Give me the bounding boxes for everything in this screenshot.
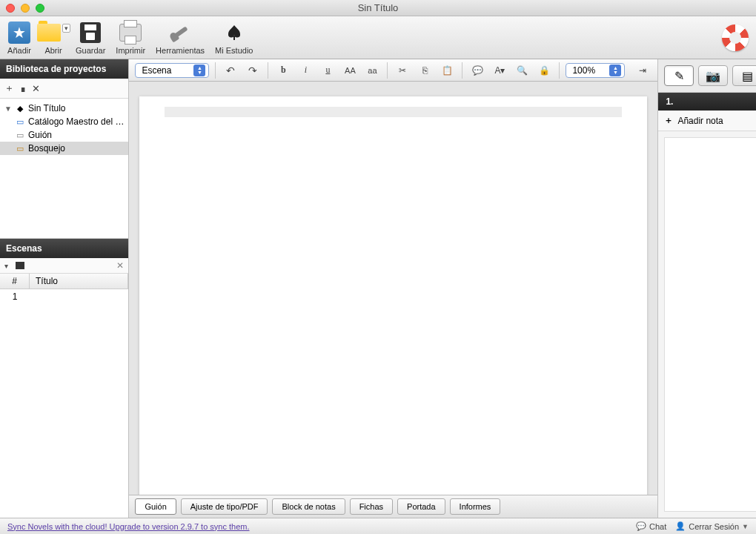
- studio-label: Mi Estudio: [215, 46, 253, 55]
- scenes-header: Escenas: [0, 239, 128, 258]
- tree-root-label: Sin Título: [28, 103, 65, 113]
- section-number: 1.: [658, 93, 756, 111]
- style-selector[interactable]: Escena ▲▼: [135, 63, 209, 78]
- print-button[interactable]: Imprimir: [116, 21, 145, 55]
- page-header-placeholder: [165, 107, 622, 117]
- window-minimize-button[interactable]: [21, 4, 30, 13]
- tree-item[interactable]: ▭ Catálogo Maestro del …: [0, 115, 128, 128]
- open-button[interactable]: ▾ Abrir: [42, 21, 65, 55]
- scenes-col-title[interactable]: Título: [30, 274, 128, 289]
- user-icon: 👤: [675, 521, 686, 531]
- tools-button[interactable]: Herramientas: [156, 21, 205, 55]
- project-icon: ◆: [15, 103, 25, 113]
- document-page[interactable]: [139, 96, 647, 495]
- library-delete-icon[interactable]: ✕: [32, 83, 40, 94]
- right-tab-camera[interactable]: 📷: [698, 65, 728, 86]
- underline-button[interactable]: u: [319, 62, 336, 79]
- tab-guion[interactable]: Guión: [135, 498, 176, 515]
- scenes-col-num[interactable]: #: [0, 274, 30, 289]
- bold-button[interactable]: b: [274, 62, 292, 79]
- font-button[interactable]: A▾: [491, 62, 508, 79]
- tab-informes[interactable]: Informes: [450, 498, 501, 515]
- camera-icon: 📷: [706, 69, 720, 83]
- tree-item-label: Bosquejo: [28, 143, 65, 154]
- window-title: Sin Título: [358, 2, 399, 13]
- life-ring-icon: [722, 24, 749, 51]
- right-tab-pen[interactable]: ✎: [664, 65, 694, 86]
- scenes-close-icon[interactable]: ✕: [116, 260, 124, 271]
- disclosure-triangle-icon[interactable]: ▼: [4, 105, 12, 113]
- uppercase-button[interactable]: AA: [341, 62, 359, 79]
- center-area: Escena ▲▼ ↶ ↷ b i u AA aa ✂ ⎘ 📋 💬 A▾ 🔍 🔒…: [129, 59, 657, 518]
- main-toolbar: ★ Añadir ▾ Abrir Guardar Imprimir Herram…: [0, 16, 756, 59]
- tree-item-label: Catálogo Maestro del …: [28, 116, 124, 127]
- status-bar: Sync Novels with the cloud! Upgrade to v…: [0, 518, 756, 534]
- redo-button[interactable]: ↷: [244, 62, 262, 79]
- chat-button[interactable]: 💬 Chat: [636, 521, 666, 531]
- zoom-value: 100%: [572, 65, 595, 76]
- cut-button[interactable]: ✂: [394, 62, 411, 79]
- scenes-row-num: 1: [0, 289, 30, 304]
- pen-icon: ✎: [674, 69, 684, 83]
- save-label: Guardar: [76, 46, 105, 55]
- notes-icon: ▤: [742, 69, 753, 83]
- print-icon: [119, 24, 142, 42]
- stepper-icon: ▲▼: [193, 65, 205, 76]
- tools-label: Herramientas: [156, 46, 205, 55]
- tab-ajuste[interactable]: Ajuste de tipo/PDF: [181, 498, 268, 515]
- save-button[interactable]: Guardar: [76, 21, 105, 55]
- right-tab-notes[interactable]: ▤: [732, 65, 756, 86]
- comment-button[interactable]: 💬: [468, 62, 486, 79]
- logout-label: Cerrar Sesión: [689, 522, 739, 531]
- print-label: Imprimir: [116, 46, 145, 55]
- studio-button[interactable]: Mi Estudio: [215, 21, 253, 55]
- left-sidebar: Biblioteca de proyectos ＋ ∎ ✕ ▼ ◆ Sin Tí…: [0, 59, 129, 518]
- scenes-filter-icon[interactable]: [16, 262, 24, 269]
- right-tabbar: ✎ 📷 ▤ 🛒: [658, 59, 756, 93]
- help-button[interactable]: [722, 24, 749, 51]
- window-maximize-button[interactable]: [36, 4, 44, 13]
- tree-item[interactable]: ▭ Guión: [0, 128, 128, 142]
- stepper-icon: ▲▼: [609, 65, 621, 76]
- library-add-icon[interactable]: ＋: [4, 82, 14, 95]
- bottom-tabbar: Guión Ajuste de tipo/PDF Block de notas …: [129, 495, 657, 518]
- library-folder-icon[interactable]: ∎: [20, 83, 26, 94]
- scenes-collapse-icon[interactable]: ▾: [4, 262, 8, 270]
- tab-fichas[interactable]: Fichas: [350, 498, 393, 515]
- chevron-down-icon: ▼: [742, 523, 749, 530]
- scenes-table-header: # Título: [0, 274, 128, 289]
- logout-button[interactable]: 👤 Cerrar Sesión ▼: [675, 521, 749, 531]
- copy-button[interactable]: ⎘: [416, 62, 434, 79]
- undo-button[interactable]: ↶: [222, 62, 239, 79]
- tab-block[interactable]: Block de notas: [272, 498, 345, 515]
- plus-icon: ＋: [664, 114, 673, 127]
- notes-area[interactable]: [664, 137, 756, 512]
- zoom-selector[interactable]: 100% ▲▼: [566, 63, 625, 78]
- scenes-row-title: [30, 289, 128, 304]
- italic-button[interactable]: i: [296, 62, 314, 79]
- save-icon: [80, 22, 101, 43]
- paste-button[interactable]: 📋: [438, 62, 456, 79]
- add-note-bar[interactable]: ＋ Añadir nota ▼: [658, 111, 756, 131]
- format-toolbar: Escena ▲▼ ↶ ↷ b i u AA aa ✂ ⎘ 📋 💬 A▾ 🔍 🔒…: [129, 59, 657, 82]
- scenes-panel: Escenas ▾ ✕ # Título 1: [0, 238, 128, 518]
- editor-viewport[interactable]: [129, 82, 657, 495]
- folder-icon: [37, 24, 61, 42]
- window-close-button[interactable]: [6, 4, 15, 13]
- sync-link[interactable]: Sync Novels with the cloud! Upgrade to v…: [7, 522, 250, 531]
- library-tools: ＋ ∎ ✕: [0, 79, 128, 99]
- chat-icon: 💬: [636, 521, 646, 531]
- tab-portada[interactable]: Portada: [397, 498, 445, 515]
- find-button[interactable]: 🔍: [513, 62, 531, 79]
- library-header: Biblioteca de proyectos: [0, 59, 128, 79]
- tree-item-selected[interactable]: ▭ Bosquejo: [0, 142, 128, 155]
- tree-root[interactable]: ▼ ◆ Sin Título: [0, 102, 128, 115]
- open-dropdown-icon[interactable]: ▾: [62, 24, 70, 33]
- collapse-right-button[interactable]: ⇥: [634, 62, 651, 79]
- scenes-row[interactable]: 1: [0, 289, 128, 304]
- lock-button[interactable]: 🔒: [535, 62, 553, 79]
- tree-item-label: Guión: [28, 130, 52, 140]
- svg-rect-0: [233, 36, 235, 40]
- lowercase-button[interactable]: aa: [363, 62, 381, 79]
- add-button[interactable]: ★ Añadir: [7, 21, 31, 55]
